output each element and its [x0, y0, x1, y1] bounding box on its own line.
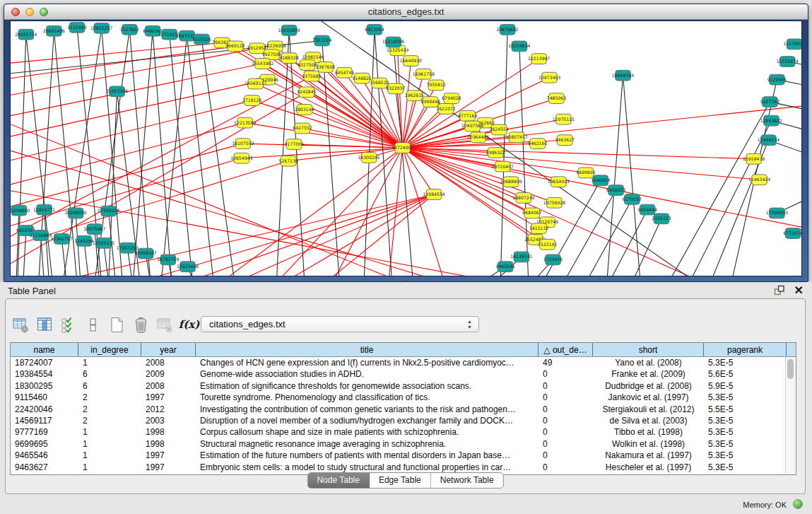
- graph-node[interactable]: 7955812: [426, 80, 445, 90]
- graph-node[interactable]: 12342757: [51, 233, 73, 244]
- graph-node[interactable]: 18300295: [358, 152, 379, 163]
- graph-node[interactable]: 12213589: [234, 117, 256, 128]
- graph-node[interactable]: 10958107: [135, 248, 157, 259]
- graph-node[interactable]: 12975115: [553, 114, 575, 124]
- graph-node[interactable]: 12505135: [93, 238, 114, 248]
- graph-node[interactable]: 9463627: [555, 135, 575, 146]
- graph-node[interactable]: 12213967: [528, 54, 550, 64]
- graph-node[interactable]: 9327508: [298, 60, 317, 71]
- graph-node[interactable]: 15819771: [33, 204, 55, 215]
- graph-node[interactable]: 16033809: [278, 25, 300, 35]
- table-row[interactable]: 969969511998Structural magnetic resonanc…: [11, 438, 796, 450]
- window-titlebar[interactable]: citations_edges.txt: [4, 4, 808, 20]
- graph-node[interactable]: 18807249: [512, 192, 534, 203]
- column-header[interactable]: name: [11, 343, 78, 356]
- graph-node[interactable]: 11156869: [30, 230, 52, 241]
- table-row[interactable]: 977716911998Corpus callosum shape and si…: [11, 426, 796, 438]
- graph-node[interactable]: 8322037: [386, 83, 405, 94]
- graph-node[interactable]: 9474444: [637, 204, 657, 215]
- graph-node[interactable]: 2718126: [242, 95, 261, 106]
- graph-node[interactable]: 7515526: [192, 34, 211, 45]
- scrollbar-thumb[interactable]: [787, 359, 794, 379]
- graph-node[interactable]: 18107552: [232, 139, 254, 149]
- table-row[interactable]: 1872400712008Changes of HCN gene express…: [11, 357, 796, 368]
- memory-indicator[interactable]: [793, 499, 803, 509]
- graph-node[interactable]: 18720407: [492, 161, 514, 172]
- graph-node[interactable]: 16640910: [400, 56, 422, 66]
- graph-node[interactable]: 3375685: [302, 71, 321, 81]
- graph-node[interactable]: 2986322: [486, 148, 505, 158]
- graph-node[interactable]: 14136141: [510, 252, 532, 262]
- graph-node[interactable]: 21053346: [106, 86, 128, 97]
- table-row[interactable]: 911546021997Tourette syndrome. Phenomeno…: [11, 392, 796, 403]
- select-columns-button[interactable]: [35, 315, 54, 334]
- graph-node[interactable]: 16648784: [612, 70, 634, 81]
- graph-node[interactable]: 1733426: [543, 255, 563, 265]
- column-header[interactable]: title: [196, 343, 539, 356]
- graph-node[interactable]: 8427552: [293, 123, 312, 134]
- graph-node[interactable]: 9177004: [284, 139, 303, 150]
- graph-node[interactable]: 8454749: [335, 67, 354, 78]
- table-row[interactable]: 946554611997Estimation of the future num…: [11, 450, 796, 461]
- graph-node[interactable]: 1640954: [591, 175, 610, 186]
- table-selector-dropdown[interactable]: citations_edges.txt ▲▼: [201, 316, 479, 332]
- function-builder-button[interactable]: f(x): [180, 315, 199, 334]
- graph-node[interactable]: 9227342: [760, 97, 779, 107]
- graph-node[interactable]: 20691406: [43, 25, 65, 36]
- graph-node[interactable]: 1527602: [120, 24, 139, 35]
- graph-node[interactable]: 20876682: [496, 24, 518, 35]
- graph-node[interactable]: 9129906: [767, 74, 787, 85]
- graph-node[interactable]: 10497568: [461, 121, 483, 132]
- graph-node[interactable]: 11463424: [748, 175, 770, 185]
- graph-node[interactable]: 16782759: [157, 255, 179, 265]
- graph-node[interactable]: 2935123: [652, 214, 671, 224]
- graph-node[interactable]: 9465546: [495, 262, 514, 272]
- graph-node[interactable]: 16961758: [413, 69, 435, 79]
- graph-node[interactable]: 7522142: [538, 239, 557, 250]
- graph-node[interactable]: 12923448: [177, 262, 199, 272]
- graph-node[interactable]: 9462160: [528, 139, 547, 149]
- graph-node[interactable]: 9242845: [297, 87, 316, 98]
- graph-node[interactable]: 6794028: [442, 93, 461, 104]
- network-view-canvas[interactable]: 1872400718300295766382296601285912954182…: [10, 21, 802, 276]
- graph-node[interactable]: 2803144: [295, 105, 314, 115]
- graph-node[interactable]: 16154834: [508, 41, 530, 52]
- graph-node[interactable]: 25206050: [11, 205, 30, 216]
- table-row[interactable]: 1456911722003Disruption of a novel membe…: [11, 415, 796, 426]
- graph-node[interactable]: 10688609: [500, 177, 522, 187]
- graph-node[interactable]: 19756928: [543, 197, 565, 208]
- graph-node[interactable]: 19384554: [423, 189, 445, 200]
- table-row[interactable]: 1938455462009Genome-wide association stu…: [11, 368, 796, 380]
- graph-node[interactable]: 9684067: [522, 208, 541, 218]
- graph-node[interactable]: 7557224: [312, 35, 331, 46]
- graph-node[interactable]: 20364486: [467, 132, 489, 143]
- tab-node-table[interactable]: Node Table: [307, 473, 370, 488]
- tab-edge-table[interactable]: Edge Table: [370, 473, 431, 488]
- graph-node[interactable]: 6771074: [783, 228, 801, 239]
- graph-node[interactable]: 19654923: [548, 177, 570, 187]
- graph-node[interactable]: 7485063: [547, 93, 566, 104]
- graph-node[interactable]: 9146821: [352, 73, 371, 83]
- vertical-scrollbar[interactable]: [785, 357, 796, 474]
- column-header[interactable]: in_degree: [78, 343, 141, 356]
- graph-node[interactable]: 18724007: [392, 143, 413, 153]
- graph-node[interactable]: 10973493: [539, 72, 560, 83]
- graph-node[interactable]: 12444134: [758, 135, 779, 146]
- float-panel-button[interactable]: [774, 285, 785, 296]
- import-table-button[interactable]: [155, 315, 175, 334]
- graph-node[interactable]: 9660128: [225, 41, 245, 52]
- graph-node[interactable]: 1145194: [74, 235, 93, 246]
- cell-options-button[interactable]: [83, 315, 102, 334]
- graph-node[interactable]: 2367608: [316, 62, 335, 73]
- tab-network-table[interactable]: Network Table: [431, 473, 503, 488]
- graph-node[interactable]: 10654943: [230, 153, 252, 163]
- graph-node[interactable]: 3624554: [490, 124, 509, 135]
- graph-node[interactable]: 10807457: [505, 132, 527, 143]
- graph-node[interactable]: 8813054: [365, 24, 384, 35]
- graph-node[interactable]: 17359928: [98, 206, 119, 216]
- select-rows-button[interactable]: [59, 315, 78, 334]
- graph-node[interactable]: 1615132: [529, 223, 548, 234]
- graph-node[interactable]: 9777169: [458, 110, 477, 121]
- graph-node[interactable]: 15218506: [382, 37, 404, 47]
- graph-node[interactable]: 20206050: [64, 208, 86, 218]
